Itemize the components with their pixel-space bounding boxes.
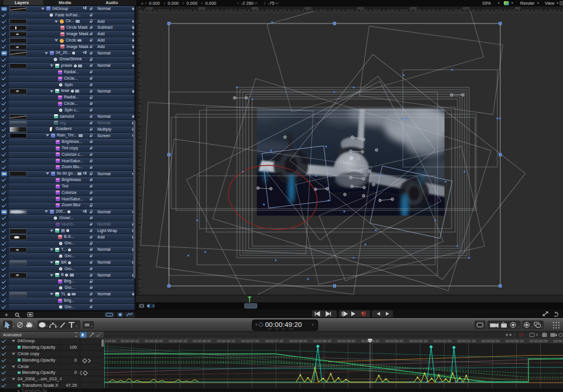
svg-text:+: + [5, 312, 8, 318]
svg-text:00:00:49:20: 00:00:49:20 [265, 321, 302, 328]
svg-text:HRS MIN SEC FRM: HRS MIN SEC FRM [267, 328, 293, 330]
